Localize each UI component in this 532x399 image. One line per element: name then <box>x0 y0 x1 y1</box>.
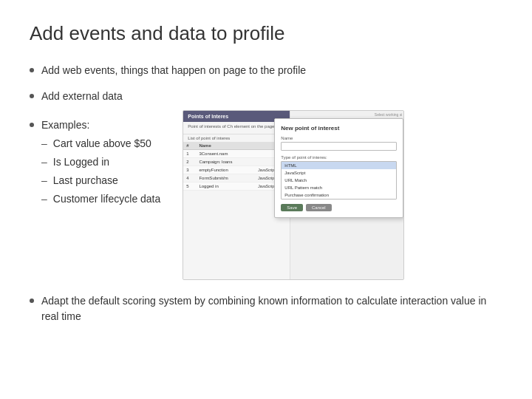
dropdown-item[interactable]: URL Match <box>282 177 396 184</box>
bullet-text-1: Add web events, things that happen on pa… <box>41 63 306 78</box>
examples-list: – Cart value above $50 – Is Logged in – … <box>41 136 160 207</box>
bullet-row-1: Add web events, things that happen on pa… <box>30 63 502 78</box>
dash-0: – <box>41 136 47 151</box>
bottom-bullet: Adapt the default scoring system by comb… <box>30 293 502 324</box>
npi-name-input[interactable] <box>281 142 397 151</box>
example-item-3: – Customer lifecycle data <box>41 191 160 207</box>
npi-cancel-button[interactable]: Cancel <box>306 204 332 211</box>
dash-2: – <box>41 173 47 188</box>
cell-num: 2 <box>183 157 196 166</box>
examples-label: Examples: <box>41 119 89 131</box>
bullet-dot-bottom <box>30 299 34 303</box>
example-item-1: – Is Logged in <box>41 154 160 170</box>
new-poi-dialog: New point of interest Name Type of point… <box>274 118 403 218</box>
npi-dropdown-list[interactable]: HTMLJavaScriptURL MatchURL Pattern match… <box>281 161 397 200</box>
examples-section: Examples: – Cart value above $50 – Is Lo… <box>30 117 502 280</box>
cell-name: 3Consent.nam <box>196 149 255 157</box>
dropdown-item[interactable]: JavaScript <box>282 169 396 177</box>
npi-dialog-title: New point of interest <box>281 125 397 132</box>
bullet-section: Add web events, things that happen on pa… <box>30 63 502 280</box>
bullet-dot-1 <box>30 68 34 72</box>
npi-buttons: Save Cancel <box>281 204 397 211</box>
bullet-dot-3 <box>30 123 34 127</box>
example-text-1: Is Logged in <box>53 154 109 170</box>
ui-panel-inner: Select working si Points of Interes Poin… <box>183 111 403 279</box>
bottom-bullet-text: Adapt the default scoring system by comb… <box>41 293 502 324</box>
npi-name-label: Name <box>281 136 397 140</box>
example-item-2: – Last purchase <box>41 173 160 188</box>
npi-type-label: Type of point of interes: <box>281 155 397 160</box>
examples-content: Examples: – Cart value above $50 – Is Lo… <box>41 117 404 280</box>
dropdown-item[interactable]: HTML <box>282 162 396 169</box>
example-item-0: – Cart value above $50 <box>41 136 160 151</box>
cell-num: 1 <box>183 149 196 157</box>
page-container: Add events and data to profile Add web e… <box>0 0 532 399</box>
col-header-num: # <box>183 142 196 150</box>
cell-name: FormSubmit/m <box>196 174 255 182</box>
npi-save-button[interactable]: Save <box>281 204 303 211</box>
dash-1: – <box>41 154 47 170</box>
cell-name: Logged in <box>196 182 255 190</box>
example-text-3: Customer lifecycle data <box>53 191 161 207</box>
cell-name: emptyFunction <box>196 166 255 174</box>
dropdown-item[interactable]: URL Pattern match <box>282 184 396 191</box>
cell-num: 3 <box>183 166 196 174</box>
select-working-text: Select working si <box>375 112 403 117</box>
cell-num: 4 <box>183 174 196 182</box>
bullet-row-2: Add external data <box>30 89 502 104</box>
page-title: Add events and data to profile <box>30 22 502 45</box>
bullet-text-2: Add external data <box>41 89 123 104</box>
cell-name: Campaign: loans <box>196 157 255 166</box>
example-text-0: Cart value above $50 <box>53 136 151 151</box>
bullet-dot-2 <box>30 94 34 98</box>
dash-3: – <box>41 191 47 207</box>
examples-left: Examples: – Cart value above $50 – Is Lo… <box>41 117 160 207</box>
dropdown-item[interactable]: Purchase confirmation <box>282 191 396 199</box>
col-header-name: Name <box>196 142 255 150</box>
ui-screenshot-panel: Select working si Points of Interes Poin… <box>183 110 404 280</box>
example-text-2: Last purchase <box>53 173 118 188</box>
cell-num: 5 <box>183 182 196 190</box>
